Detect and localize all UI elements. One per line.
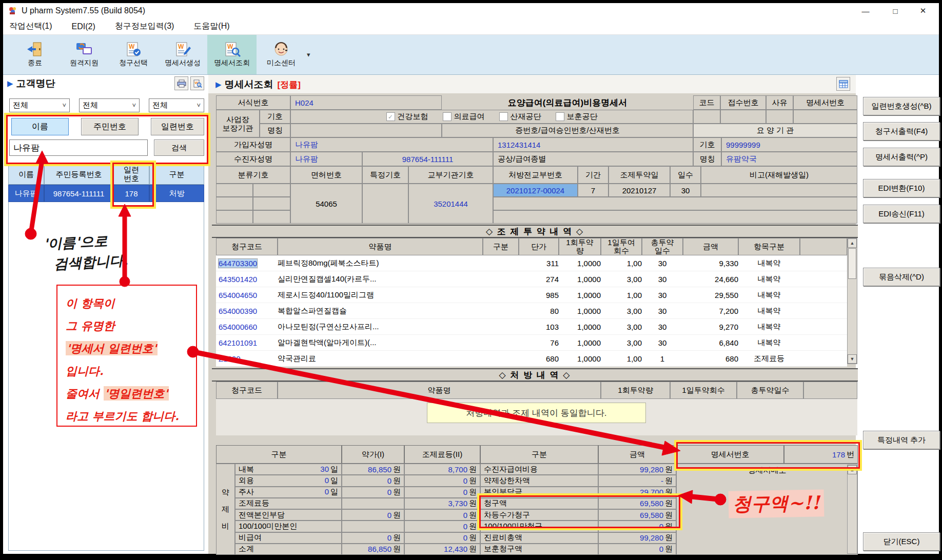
dispense-row[interactable]: 643501420 실리만연질캡셀140(카르두... 274 1,0000 3…	[216, 271, 847, 287]
dispense-row[interactable]: 654004650 제로시드정40/1100밀리그램 985 1,0000 1,…	[216, 287, 847, 303]
col-header-rrn[interactable]: 주민등록번호	[44, 163, 113, 185]
col-header-serial[interactable]: 일련 번호	[113, 163, 149, 185]
customer-row-rrn[interactable]: 987654-111111	[44, 185, 113, 202]
stmt-no-value-cell[interactable]	[793, 110, 857, 124]
close-esc-button[interactable]: 닫기(ESC)	[863, 532, 940, 551]
checkbox-sanjae[interactable]: 산재공단	[499, 112, 541, 122]
serial-generate-button[interactable]: 일련번호생성(^B)	[863, 97, 940, 115]
scroll-down-icon[interactable]: ▼	[848, 354, 857, 364]
insured-name-value[interactable]: 나유팜	[290, 137, 493, 152]
col-header-freq[interactable]: 1일투여 회수	[601, 238, 642, 255]
code-value-cell[interactable]	[693, 110, 720, 124]
org-name-value[interactable]: 유팜약국	[721, 152, 857, 166]
col-header-totdays[interactable]: 총투약 일수	[642, 238, 683, 255]
memo-scrollbar[interactable]: ▲	[847, 465, 857, 554]
rx-class-cell[interactable]	[216, 197, 253, 210]
patient-rrn-value[interactable]: 987654-111111	[362, 152, 493, 166]
excel-export-button[interactable]	[836, 77, 850, 91]
dispense-row[interactable]: 642101091 알마겔현탁액(알마게이트)(... 76 1,0000 3,…	[216, 335, 847, 351]
patient-name-value[interactable]: 나유팜	[290, 152, 362, 166]
days-value[interactable]: 30	[670, 184, 701, 197]
gongsang-label: 공상/급여종별	[493, 152, 693, 166]
col-header-type[interactable]: 구분	[149, 163, 204, 185]
col-header-gubun[interactable]: 구분	[483, 238, 519, 255]
close-button[interactable]: ✕	[911, 3, 935, 18]
rx-class-cell[interactable]	[253, 184, 290, 197]
menu-item[interactable]: 청구정보입력(3)	[115, 21, 174, 32]
print-button[interactable]	[174, 76, 188, 90]
dispense-row[interactable]: 654000660 아나모틴정(구연산모사프리... 103 1,0000 3,…	[216, 319, 847, 335]
scroll-up-icon[interactable]: ▲	[848, 465, 857, 474]
dispense-row[interactable]: Z1000 약국관리료 680 1,0000 1,00 1 680 조제료등	[216, 351, 847, 367]
dispense-date-value[interactable]: 20210127	[609, 184, 670, 197]
col-header-name[interactable]: 이름	[8, 163, 44, 185]
special-detail-add-button[interactable]: 특정내역 추가	[863, 431, 940, 449]
org-giho-value[interactable]: 99999999	[721, 137, 857, 152]
menu-item[interactable]: EDI(2)	[72, 22, 95, 31]
maximize-button[interactable]: □	[884, 3, 907, 18]
filter-combo-3[interactable]: 전체 ˅	[149, 98, 204, 112]
rx-class-cell[interactable]	[216, 184, 253, 197]
edi-convert-button[interactable]: EDI변환(F10)	[863, 179, 940, 197]
search-by-name-button[interactable]: 이름	[11, 118, 69, 135]
rx-class-cell[interactable]	[253, 210, 290, 224]
reason-value-cell[interactable]	[766, 110, 793, 124]
search-button[interactable]: 검색	[154, 139, 204, 156]
scrollbar-thumb[interactable]	[848, 248, 856, 279]
col-header-price[interactable]: 단가	[519, 238, 559, 255]
col-header-amount[interactable]: 금액	[683, 238, 738, 255]
col-header-drug-name[interactable]: 약품명	[278, 382, 601, 399]
minimize-button[interactable]: —	[854, 3, 877, 18]
drug-freq: 3,00	[601, 303, 642, 318]
col-header-claim-code[interactable]: 청구코드	[216, 382, 278, 399]
toolbar-remote-button[interactable]: 원격지원	[60, 35, 109, 74]
search-by-serial-button[interactable]: 일련번호	[151, 118, 204, 135]
rx-no-value[interactable]: 20210127-00024	[493, 184, 578, 197]
col-header-claim-code[interactable]: 청구코드	[216, 238, 278, 255]
col-header-dose[interactable]: 1회투약량	[601, 382, 670, 399]
checkbox-medical[interactable]: 의료급여	[443, 112, 485, 122]
menu-item[interactable]: 도움말(H)	[193, 21, 229, 32]
filter-combo-1[interactable]: 전체 ˅	[9, 98, 70, 112]
search-input[interactable]: 나유팜	[9, 139, 148, 156]
col-header-dose[interactable]: 1회투약 량	[559, 238, 601, 255]
toolbar-claim-select-button[interactable]: W 청구선택	[109, 35, 158, 74]
toolbar-stmt-create-button[interactable]: W 명세서생성	[158, 35, 207, 74]
dispense-row[interactable]: 644703300 페브릭정80mg(페북소스타트) 311 1,0000 1,…	[216, 255, 847, 271]
col-header-drug-name[interactable]: 약품명	[278, 238, 483, 255]
customer-row-type[interactable]: 처방	[149, 185, 204, 202]
dispense-scrollbar[interactable]: ▲ ▼	[847, 238, 857, 364]
dispense-row[interactable]: 654000390 복합알스파연질캡슐 80 1,0000 3,00 30 7,…	[216, 303, 847, 319]
col-header-freq[interactable]: 1일투약회수	[670, 382, 737, 399]
col-header-category[interactable]: 항목구분	[738, 238, 800, 255]
claim-print-button[interactable]: 청구서출력(F4)	[863, 122, 940, 141]
biz-name-value-cell[interactable]	[290, 124, 442, 137]
menu-item[interactable]: 작업선택(1)	[9, 21, 52, 32]
insured-no-value[interactable]: 1312431414	[493, 137, 693, 152]
special-code-cell[interactable]	[362, 184, 408, 224]
scroll-up-icon[interactable]: ▲	[848, 238, 857, 248]
note-cell[interactable]	[701, 184, 857, 197]
checkbox-bohun[interactable]: 보훈공단	[556, 112, 598, 122]
doc-search-button[interactable]: W	[190, 76, 204, 90]
form-no-value[interactable]: H024	[290, 95, 442, 110]
toolbar-smile-center-button[interactable]: 미소센터	[257, 35, 306, 74]
receipt-no-value-cell[interactable]	[720, 110, 766, 124]
customer-row-name[interactable]: 나유팜	[8, 185, 44, 202]
toolbar-stmt-view-button[interactable]: W 명세서조회	[207, 35, 257, 74]
checkbox-health[interactable]: ✓ 건강보험	[386, 112, 428, 122]
rx-class-cell[interactable]	[253, 197, 290, 210]
license-no-value[interactable]: 54065	[290, 184, 362, 224]
filter-combo-2[interactable]: 전체 ˅	[79, 98, 140, 112]
search-by-rrn-button[interactable]: 주민번호	[81, 118, 139, 135]
bundle-delete-button[interactable]: 묶음삭제(^D)	[863, 268, 940, 286]
edi-send-button[interactable]: EDI송신(F11)	[863, 205, 940, 223]
toolbar-exit-button[interactable]: 종료	[10, 35, 60, 74]
statement-print-button[interactable]: 명세서출력(^P)	[863, 148, 940, 166]
period-value[interactable]: 7	[578, 184, 609, 197]
issuer-code-value[interactable]: 35201444	[408, 184, 493, 224]
customer-row-serial[interactable]: 178	[113, 185, 149, 202]
col-header-totdays[interactable]: 총투약일수	[737, 382, 803, 399]
toolbar-more-icon[interactable]: ▾	[307, 35, 310, 74]
rx-class-cell[interactable]	[216, 210, 253, 224]
